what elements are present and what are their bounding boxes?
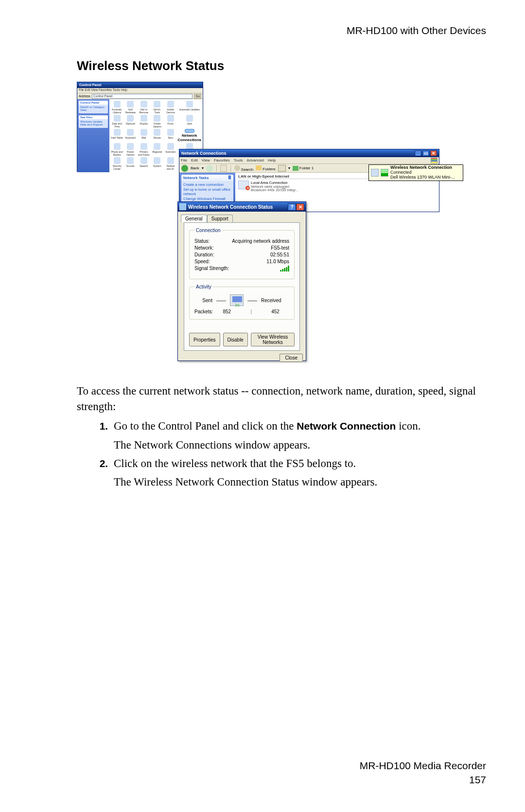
- speed-value: 11.0 Mbps: [266, 259, 289, 264]
- sidebar-link-help[interactable]: Help and Support: [80, 123, 106, 126]
- cp-item[interactable]: Taskbar and St.: [164, 157, 177, 170]
- sidebar-link-category-view[interactable]: Switch to Category View: [80, 106, 106, 111]
- go-button[interactable]: Go: [194, 94, 201, 99]
- minimize-button[interactable]: _: [415, 150, 421, 156]
- menu-bar[interactable]: FileEditViewFavoritesToolsAdvancedHelp: [181, 158, 280, 162]
- packets-label: Packets:: [194, 309, 213, 314]
- close-dialog-button[interactable]: Close: [280, 354, 303, 362]
- cp-item[interactable]: Folder Options: [151, 115, 164, 128]
- activity-computer-icon: (•): [230, 294, 244, 306]
- chevron-down-icon[interactable]: ▾: [202, 166, 204, 170]
- close-button[interactable]: ✕: [430, 150, 437, 156]
- disable-button[interactable]: Disable: [223, 333, 248, 346]
- views-button[interactable]: [278, 165, 286, 172]
- cp-item[interactable]: Add Hardware: [124, 101, 137, 114]
- cp-item[interactable]: Adobe Gamma: [164, 101, 177, 114]
- help-button[interactable]: ?: [288, 203, 296, 211]
- cp-item[interactable]: Sounds: [124, 157, 137, 170]
- cp-item[interactable]: Intel Tablet: [111, 129, 123, 142]
- wireless-icon: [179, 203, 186, 210]
- sidebar-heading: Control Panel: [79, 101, 108, 105]
- windows-logo-icon: [431, 158, 438, 163]
- collapse-icon[interactable]: ≣: [228, 176, 231, 180]
- cp-item[interactable]: Mouse: [151, 129, 164, 142]
- group-legend: Activity: [194, 284, 213, 289]
- signal-icon: [381, 169, 388, 177]
- cp-item[interactable]: Automatic Updates: [178, 101, 201, 114]
- signal-label: Signal Strength:: [194, 266, 229, 272]
- task-firewall[interactable]: Change Windows Firewall: [183, 197, 231, 201]
- cp-item[interactable]: Power Options: [124, 143, 137, 156]
- up-button[interactable]: [220, 165, 227, 172]
- tab-general[interactable]: General: [181, 215, 207, 222]
- received-label: Received: [261, 298, 281, 303]
- chevron-down-icon[interactable]: ▾: [288, 166, 290, 170]
- view-wireless-networks-button[interactable]: View Wireless Networks: [251, 333, 295, 346]
- cp-item[interactable]: Security Center: [111, 157, 123, 170]
- cp-item[interactable]: Admin. Tools: [151, 101, 164, 114]
- cp-item[interactable]: Phone and Modem: [111, 143, 123, 156]
- control-panel-title: Control Panel: [79, 82, 102, 88]
- forward-button[interactable]: [206, 165, 213, 172]
- local-area-connection[interactable]: Local Area Connection Network cable unpl…: [238, 180, 436, 192]
- close-button[interactable]: ✕: [296, 203, 304, 211]
- footer-page-number: 157: [360, 773, 486, 787]
- cp-item[interactable]: Regional: [151, 143, 164, 156]
- search-button[interactable]: Search: [234, 165, 253, 172]
- cp-item[interactable]: Add or Remove: [138, 101, 150, 114]
- signal-strength-icon: [280, 266, 289, 272]
- search-icon: [234, 165, 240, 171]
- cp-item[interactable]: Keyboard: [124, 129, 137, 142]
- nic-unplugged-icon: [238, 180, 249, 189]
- wireless-connection-tooltip: Wireless Network Connection Connected De…: [368, 164, 463, 181]
- back-button[interactable]: [181, 165, 188, 172]
- folders-button[interactable]: Folders: [256, 165, 276, 171]
- control-panel-titlebar: Control Panel: [77, 82, 203, 88]
- cp-item[interactable]: Clipbook: [124, 115, 137, 128]
- tooltip-device: Dell Wireless 1370 WLAN Mini-...: [390, 175, 455, 180]
- cp-item[interactable]: Java: [178, 115, 201, 128]
- control-panel-menubar[interactable]: File Edit View Favorites Tools Help: [77, 88, 203, 93]
- cp-item[interactable]: Printers and Faxes: [138, 143, 150, 156]
- network-connections-titlebar: Network Connections _ ▭ ✕: [179, 149, 439, 157]
- step-2: Click on the wireless network that the F…: [111, 456, 486, 490]
- cp-item[interactable]: Date and Time: [111, 115, 123, 128]
- folder-sync-button[interactable]: Folder 1: [293, 166, 314, 171]
- task-home-network[interactable]: Set up a home or small office network: [183, 187, 231, 196]
- cp-item[interactable]: Scanners: [164, 143, 177, 156]
- cp-item[interactable]: Accessib. Options: [111, 101, 123, 114]
- properties-button[interactable]: Properties: [189, 333, 220, 346]
- connection-name: Local Area Connection: [251, 180, 298, 185]
- cp-item-network-connections[interactable]: Network Connections: [178, 129, 201, 142]
- folder-sync-icon: [293, 166, 298, 171]
- cp-item[interactable]: Speech: [138, 157, 150, 170]
- screenshot-composite: Control Panel File Edit View Favorites T…: [77, 82, 463, 369]
- connection-device: Broadcom 440x 10/100 Integr...: [251, 188, 298, 192]
- sidebar-heading: See Also: [79, 115, 108, 119]
- status-label: Status:: [194, 238, 210, 244]
- page-running-header: MR-HD100 with Other Devices: [347, 24, 486, 36]
- maximize-button[interactable]: ▭: [422, 150, 429, 156]
- network-connections-title: Network Connections: [181, 151, 227, 156]
- network-tasks-heading: Network Tasks: [183, 176, 209, 180]
- cp-item[interactable]: Mail: [138, 129, 150, 142]
- cp-item[interactable]: Fonts: [164, 115, 177, 128]
- cp-item[interactable]: Display: [138, 115, 150, 128]
- network-adapter-icon: [371, 169, 379, 177]
- cp-item[interactable]: Nero: [164, 129, 177, 142]
- packets-sent-value: 852: [223, 309, 231, 314]
- tab-support[interactable]: Support: [207, 215, 233, 222]
- address-field[interactable]: Control Panel: [92, 94, 192, 99]
- back-label: Back: [191, 166, 199, 170]
- duration-label: Duration:: [194, 252, 214, 257]
- task-create-connection[interactable]: Create a new connection: [183, 182, 231, 187]
- cp-item[interactable]: System: [151, 157, 164, 170]
- network-connections-icon: [185, 129, 194, 133]
- page-footer: MR-HD100 Media Recorder 157: [360, 759, 486, 787]
- footer-product: MR-HD100 Media Recorder: [360, 759, 486, 773]
- packets-received-value: 452: [271, 309, 280, 314]
- intro-paragraph: To access the current network status -- …: [77, 383, 486, 415]
- connection-state: Network cable unplugged: [251, 185, 298, 188]
- speed-label: Speed:: [194, 259, 210, 264]
- address-label: Address: [79, 94, 90, 98]
